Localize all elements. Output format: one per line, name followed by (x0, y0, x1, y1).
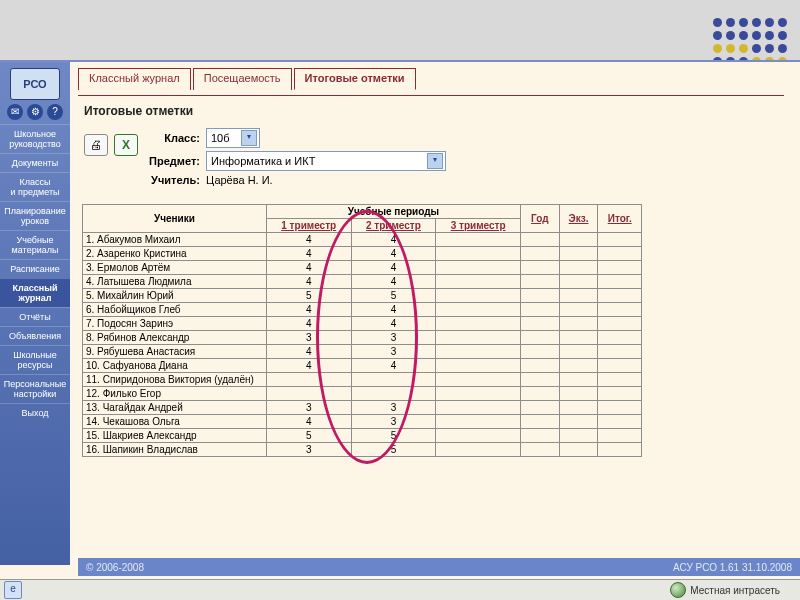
grade-cell-t3[interactable] (436, 261, 521, 275)
select-class[interactable]: 10б ▾ (206, 128, 260, 148)
grade-cell-t3[interactable] (436, 233, 521, 247)
grade-cell-t3[interactable] (436, 415, 521, 429)
grade-cell-t2[interactable]: 4 (351, 233, 436, 247)
nav-item-3[interactable]: Планирование уроков (0, 201, 70, 230)
grade-cell-t2[interactable] (351, 373, 436, 387)
grade-cell-t3[interactable] (436, 401, 521, 415)
grade-cell-e[interactable] (559, 261, 598, 275)
grade-cell-t1[interactable]: 4 (266, 303, 351, 317)
tab-1[interactable]: Посещаемость (193, 68, 292, 90)
export-excel-button[interactable]: X (114, 134, 138, 156)
th-trimester-2[interactable]: 2 триместр (351, 219, 436, 233)
nav-item-0[interactable]: Школьное руководство (0, 124, 70, 153)
grade-cell-t2[interactable]: 5 (351, 443, 436, 457)
grade-cell-f[interactable] (598, 331, 642, 345)
grade-cell-y[interactable] (520, 317, 559, 331)
grade-cell-y[interactable] (520, 289, 559, 303)
grade-cell-e[interactable] (559, 443, 598, 457)
grade-cell-t3[interactable] (436, 247, 521, 261)
grade-cell-y[interactable] (520, 443, 559, 457)
th-final[interactable]: Итог. (598, 205, 642, 233)
grade-cell-y[interactable] (520, 233, 559, 247)
grade-cell-f[interactable] (598, 233, 642, 247)
grade-cell-y[interactable] (520, 331, 559, 345)
grade-cell-f[interactable] (598, 345, 642, 359)
grade-cell-t1[interactable]: 3 (266, 443, 351, 457)
grade-cell-y[interactable] (520, 373, 559, 387)
nav-item-2[interactable]: Классы и предметы (0, 172, 70, 201)
help-icon[interactable]: ? (47, 104, 63, 120)
grade-cell-f[interactable] (598, 359, 642, 373)
grade-cell-e[interactable] (559, 289, 598, 303)
grade-cell-t2[interactable]: 3 (351, 345, 436, 359)
grade-cell-t2[interactable]: 4 (351, 359, 436, 373)
grade-cell-t1[interactable]: 4 (266, 345, 351, 359)
grade-cell-t1[interactable]: 4 (266, 247, 351, 261)
grade-cell-t3[interactable] (436, 317, 521, 331)
settings-icon[interactable]: ⚙ (27, 104, 43, 120)
grade-cell-t3[interactable] (436, 331, 521, 345)
grade-cell-f[interactable] (598, 415, 642, 429)
nav-item-4[interactable]: Учебные материалы (0, 230, 70, 259)
grade-cell-e[interactable] (559, 429, 598, 443)
grade-cell-t2[interactable] (351, 387, 436, 401)
grade-cell-t3[interactable] (436, 429, 521, 443)
grade-cell-t1[interactable]: 4 (266, 359, 351, 373)
grade-cell-t2[interactable]: 5 (351, 289, 436, 303)
grade-cell-f[interactable] (598, 303, 642, 317)
tab-0[interactable]: Классный журнал (78, 68, 191, 90)
nav-item-9[interactable]: Школьные ресурсы (0, 345, 70, 374)
grade-cell-e[interactable] (559, 373, 598, 387)
grade-cell-t2[interactable]: 3 (351, 401, 436, 415)
grade-cell-t2[interactable]: 4 (351, 247, 436, 261)
grade-cell-e[interactable] (559, 359, 598, 373)
grade-cell-y[interactable] (520, 401, 559, 415)
grade-cell-y[interactable] (520, 387, 559, 401)
grade-cell-e[interactable] (559, 247, 598, 261)
grade-cell-e[interactable] (559, 415, 598, 429)
grade-cell-e[interactable] (559, 401, 598, 415)
th-year[interactable]: Год (520, 205, 559, 233)
grade-cell-t1[interactable]: 4 (266, 415, 351, 429)
grade-cell-y[interactable] (520, 415, 559, 429)
nav-item-5[interactable]: Расписание (0, 259, 70, 278)
grade-cell-y[interactable] (520, 261, 559, 275)
grade-cell-t2[interactable]: 4 (351, 261, 436, 275)
grade-cell-e[interactable] (559, 387, 598, 401)
grade-cell-y[interactable] (520, 429, 559, 443)
grade-cell-e[interactable] (559, 345, 598, 359)
th-exam[interactable]: Экз. (559, 205, 598, 233)
grade-cell-t1[interactable]: 3 (266, 331, 351, 345)
nav-item-6[interactable]: Классный журнал (0, 278, 70, 307)
grade-cell-e[interactable] (559, 233, 598, 247)
grade-cell-t3[interactable] (436, 345, 521, 359)
grade-cell-t3[interactable] (436, 275, 521, 289)
grade-cell-e[interactable] (559, 275, 598, 289)
grade-cell-y[interactable] (520, 303, 559, 317)
grade-cell-t3[interactable] (436, 359, 521, 373)
nav-item-11[interactable]: Выход (0, 403, 70, 422)
grade-cell-f[interactable] (598, 373, 642, 387)
grade-cell-t2[interactable]: 4 (351, 303, 436, 317)
grade-cell-f[interactable] (598, 317, 642, 331)
grade-cell-f[interactable] (598, 429, 642, 443)
grade-cell-y[interactable] (520, 275, 559, 289)
grade-cell-t1[interactable] (266, 373, 351, 387)
grade-cell-t1[interactable]: 5 (266, 429, 351, 443)
grade-cell-t2[interactable]: 3 (351, 331, 436, 345)
grade-cell-t2[interactable]: 4 (351, 275, 436, 289)
tab-2[interactable]: Итоговые отметки (294, 68, 416, 90)
nav-item-10[interactable]: Персональные настройки (0, 374, 70, 403)
grade-cell-y[interactable] (520, 247, 559, 261)
nav-item-8[interactable]: Объявления (0, 326, 70, 345)
grade-cell-f[interactable] (598, 401, 642, 415)
grade-cell-f[interactable] (598, 275, 642, 289)
grade-cell-t1[interactable]: 4 (266, 261, 351, 275)
grade-cell-t2[interactable]: 5 (351, 429, 436, 443)
grade-cell-t3[interactable] (436, 373, 521, 387)
grade-cell-t1[interactable]: 3 (266, 401, 351, 415)
nav-item-1[interactable]: Документы (0, 153, 70, 172)
select-subject[interactable]: Информатика и ИКТ ▾ (206, 151, 446, 171)
grade-cell-t1[interactable] (266, 387, 351, 401)
nav-item-7[interactable]: Отчёты (0, 307, 70, 326)
